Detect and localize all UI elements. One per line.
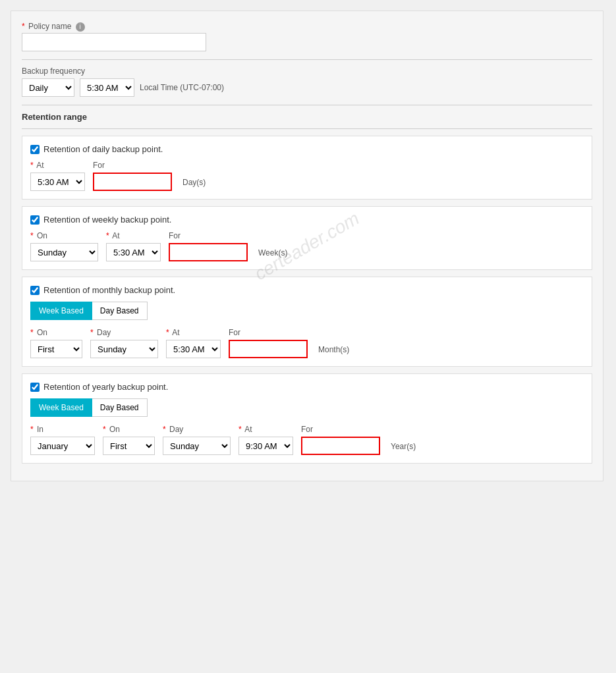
monthly-at-select[interactable]: 5:30 AM: [166, 340, 221, 358]
daily-retention-block: Retention of daily backup point. * At 5:…: [22, 136, 592, 200]
required-star-daily-at: *: [30, 161, 34, 170]
monthly-for-label: For: [229, 328, 240, 337]
frequency-time-select[interactable]: 5:30 AM 6:00 AM: [80, 78, 134, 97]
policy-name-label: Policy name: [28, 22, 71, 31]
yearly-tab-group: Week Based Day Based: [30, 398, 584, 417]
daily-unit-label: Day(s): [182, 178, 206, 191]
daily-for-label: For: [93, 161, 105, 170]
monthly-checkbox-label: Retention of monthly backup point.: [43, 285, 175, 295]
yearly-at-select[interactable]: 9:30 AM: [238, 437, 293, 455]
yearly-unit-label: Year(s): [391, 442, 416, 455]
yearly-at-label: At: [244, 425, 252, 434]
monthly-unit-label: Month(s): [318, 345, 349, 358]
daily-at-label: At: [36, 161, 43, 170]
yearly-for-label: For: [301, 425, 313, 434]
yearly-on-select[interactable]: First Second Third Fourth Last: [103, 437, 155, 455]
weekly-on-select[interactable]: Sunday Monday Tuesday Wednesday Thursday…: [30, 243, 98, 261]
required-star-weekly-at: *: [106, 231, 109, 240]
yearly-day-select[interactable]: Sunday Monday Tuesday Wednesday Thursday…: [163, 437, 231, 455]
required-star-monthly-at: *: [166, 328, 169, 337]
divider-2: [22, 105, 592, 105]
weekly-checkbox-label: Retention of weekly backup point.: [43, 215, 171, 225]
yearly-tab-week[interactable]: Week Based: [30, 398, 92, 417]
daily-checkbox[interactable]: [30, 145, 40, 154]
required-star-yearly-at: *: [238, 425, 242, 434]
required-star-policy: *: [22, 22, 25, 31]
monthly-tab-day[interactable]: Day Based: [92, 302, 148, 320]
weekly-for-input[interactable]: 104: [169, 243, 248, 261]
required-star-monthly-on: *: [30, 328, 34, 337]
monthly-tab-week[interactable]: Week Based: [30, 302, 92, 320]
timezone-label: Local Time (UTC-07:00): [140, 83, 224, 92]
yearly-on-label: On: [109, 425, 120, 434]
weekly-at-label: At: [112, 231, 119, 240]
info-icon-policy[interactable]: i: [76, 22, 85, 32]
weekly-at-select[interactable]: 5:30 AM: [106, 243, 161, 261]
monthly-tab-group: Week Based Day Based: [30, 302, 584, 320]
required-star-yearly-on: *: [103, 425, 106, 434]
frequency-select[interactable]: Daily Weekly Monthly: [22, 78, 74, 97]
daily-checkbox-label: Retention of daily backup point.: [43, 144, 163, 154]
retention-range-title: Retention range: [22, 112, 592, 122]
backup-frequency-label: Backup frequency: [22, 67, 592, 76]
monthly-at-label: At: [172, 328, 179, 337]
yearly-retention-block: Retention of yearly backup point. Week B…: [22, 373, 592, 464]
monthly-day-label: Day: [97, 328, 111, 337]
yearly-in-label: In: [37, 425, 43, 434]
divider-3: [22, 128, 592, 129]
monthly-day-select[interactable]: Sunday Monday Tuesday Wednesday Thursday…: [90, 340, 158, 358]
weekly-checkbox[interactable]: [30, 215, 40, 225]
yearly-day-label: Day: [169, 425, 183, 434]
yearly-for-input[interactable]: 10: [301, 437, 380, 455]
yearly-tab-day[interactable]: Day Based: [92, 398, 148, 417]
daily-for-input[interactable]: 180: [93, 173, 172, 191]
divider-1: [22, 59, 592, 60]
weekly-unit-label: Week(s): [258, 248, 287, 261]
daily-at-select[interactable]: 5:30 AM: [30, 173, 85, 191]
monthly-on-select[interactable]: First Second Third Fourth Last: [30, 340, 82, 358]
policy-name-input[interactable]: [22, 33, 206, 51]
weekly-retention-block: Retention of weekly backup point. * On S…: [22, 206, 592, 270]
monthly-checkbox[interactable]: [30, 286, 40, 295]
yearly-checkbox-label: Retention of yearly backup point.: [43, 382, 168, 392]
required-star-yearly-day: *: [163, 425, 166, 434]
yearly-checkbox[interactable]: [30, 383, 40, 392]
weekly-on-label: On: [37, 231, 47, 240]
monthly-for-input[interactable]: 60: [229, 340, 308, 358]
required-star-weekly-on: *: [30, 231, 34, 240]
required-star-monthly-day: *: [90, 328, 94, 337]
yearly-in-select[interactable]: January February March April May June Ju…: [30, 437, 95, 455]
required-star-yearly-in: *: [30, 425, 34, 434]
monthly-retention-block: Retention of monthly backup point. Week …: [22, 277, 592, 367]
weekly-for-label: For: [169, 231, 181, 240]
monthly-on-label: On: [37, 328, 47, 337]
